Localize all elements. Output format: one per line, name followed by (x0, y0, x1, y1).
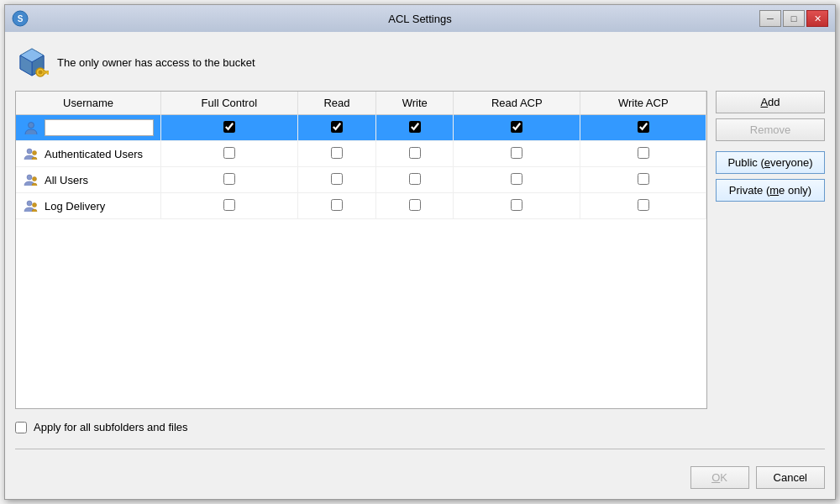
col-username: Username (16, 92, 161, 115)
info-message: The only owner has access to the bucket (57, 56, 255, 69)
col-write: Write (376, 92, 454, 115)
svg-point-15 (33, 177, 37, 181)
write-cell (376, 141, 454, 167)
read-checkbox[interactable] (331, 173, 343, 185)
user-icon (23, 171, 39, 188)
acl-table-container: Username Full Control Read Write Read AC… (15, 91, 707, 409)
cancel-label: Cancel (774, 471, 807, 484)
write_acp-cell (580, 167, 706, 193)
write_acp-cell (580, 193, 706, 219)
read-cell (297, 167, 376, 193)
username-label: Log Delivery (45, 200, 105, 213)
read-checkbox[interactable] (331, 199, 343, 211)
close-button[interactable]: ✕ (806, 10, 828, 27)
table-row[interactable]: All Users (16, 167, 706, 193)
cancel-button[interactable]: Cancel (756, 466, 825, 489)
bottom-row: Apply for all subfolders and files (15, 417, 825, 437)
remove-button-label: Remove (750, 123, 790, 136)
username-input[interactable] (45, 119, 154, 136)
col-read-acp: Read ACP (454, 92, 580, 115)
svg-point-7 (39, 71, 43, 75)
username-label: Authenticated Users (45, 148, 143, 160)
public-button-label: Public (everyone) (727, 156, 812, 169)
write_acp-checkbox[interactable] (638, 199, 649, 211)
read_acp-checkbox[interactable] (511, 147, 522, 159)
info-row: The only owner has access to the bucket (15, 42, 825, 82)
read_acp-cell (454, 167, 580, 193)
username-label: All Users (45, 174, 88, 186)
table-row[interactable]: Authenticated Users (16, 141, 706, 167)
write-cell (376, 115, 454, 141)
ok-label: OK (711, 471, 727, 484)
full_control-cell (161, 115, 298, 141)
read-cell (297, 193, 376, 219)
write-checkbox[interactable] (409, 173, 421, 185)
acl-settings-window: S ACL Settings ─ □ ✕ (4, 4, 836, 500)
write_acp-cell (580, 115, 706, 141)
main-content: Username Full Control Read Write Read AC… (15, 91, 825, 409)
add-button-label: Add (760, 96, 780, 108)
full_control-checkbox[interactable] (223, 199, 235, 211)
remove-button[interactable]: Remove (716, 118, 825, 141)
svg-point-17 (33, 203, 37, 207)
write-checkbox[interactable] (409, 147, 421, 159)
full_control-checkbox[interactable] (223, 173, 235, 185)
private-button[interactable]: Private (me only) (716, 179, 825, 202)
write-checkbox[interactable] (409, 121, 421, 133)
read_acp-checkbox[interactable] (511, 121, 522, 133)
table-row[interactable]: Log Delivery (16, 193, 706, 219)
svg-point-14 (27, 175, 32, 180)
svg-point-12 (27, 149, 32, 154)
window-body: The only owner has access to the bucket … (5, 32, 835, 499)
window-title: ACL Settings (388, 13, 451, 25)
user-icon (23, 119, 39, 136)
write-cell (376, 193, 454, 219)
table-row[interactable] (16, 115, 706, 141)
app-icon: S (12, 10, 29, 27)
add-button[interactable]: Add (716, 91, 825, 113)
svg-point-13 (33, 151, 37, 155)
footer-buttons: OK Cancel (15, 461, 825, 489)
title-bar: S ACL Settings ─ □ ✕ (5, 5, 835, 32)
bucket-key-icon (15, 45, 49, 79)
title-bar-left: S (12, 10, 29, 27)
read-checkbox[interactable] (331, 121, 343, 133)
full_control-cell (161, 193, 298, 219)
read_acp-cell (454, 141, 580, 167)
restore-button[interactable]: □ (783, 10, 805, 27)
read-checkbox[interactable] (331, 147, 343, 159)
user-icon (23, 197, 39, 214)
read_acp-cell (454, 115, 580, 141)
full_control-checkbox[interactable] (223, 147, 235, 159)
svg-text:S: S (18, 14, 24, 24)
title-bar-controls: ─ □ ✕ (759, 10, 828, 27)
minimize-button[interactable]: ─ (759, 10, 781, 27)
write_acp-cell (580, 141, 706, 167)
svg-point-11 (29, 123, 34, 129)
private-button-label: Private (me only) (729, 184, 811, 197)
public-button[interactable]: Public (everyone) (716, 151, 825, 174)
svg-rect-9 (47, 71, 49, 75)
footer-divider (15, 449, 825, 449)
read_acp-cell (454, 193, 580, 219)
col-read: Read (297, 92, 376, 115)
full_control-checkbox[interactable] (223, 121, 235, 133)
apply-subfolders-checkbox[interactable] (15, 422, 27, 433)
write_acp-checkbox[interactable] (638, 147, 649, 159)
write-checkbox[interactable] (409, 199, 421, 211)
read-cell (297, 141, 376, 167)
svg-rect-10 (45, 71, 46, 75)
full_control-cell (161, 141, 298, 167)
buttons-panel: Add Remove Public (everyone) Private (me… (716, 91, 825, 409)
user-icon (23, 145, 39, 162)
col-full-control: Full Control (161, 92, 298, 115)
ok-button[interactable]: OK (690, 466, 749, 489)
write_acp-checkbox[interactable] (638, 173, 649, 185)
write-cell (376, 167, 454, 193)
acl-table: Username Full Control Read Write Read AC… (16, 92, 706, 219)
read_acp-checkbox[interactable] (511, 199, 522, 211)
read-cell (297, 115, 376, 141)
apply-subfolders-label[interactable]: Apply for all subfolders and files (34, 421, 188, 433)
read_acp-checkbox[interactable] (511, 173, 522, 185)
write_acp-checkbox[interactable] (638, 121, 649, 133)
